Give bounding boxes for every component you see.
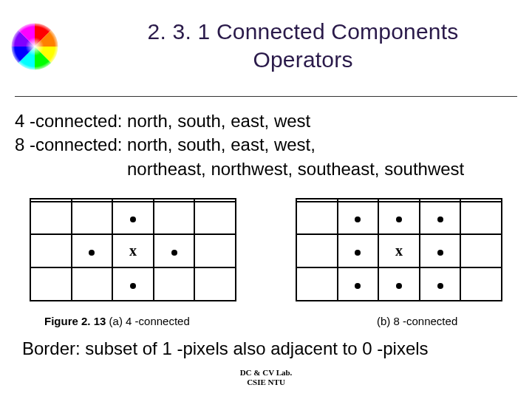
grid-cell <box>154 202 195 235</box>
footer-line-1: DC & CV Lab. <box>0 368 532 378</box>
title-underline <box>15 96 517 97</box>
dot-icon <box>396 216 402 222</box>
caption-a: Figure 2. 13 (a) 4 -connected <box>0 315 310 327</box>
dot-icon <box>437 216 443 222</box>
grid-cell <box>338 267 379 301</box>
grid-cell <box>296 202 338 235</box>
body-line-1: 4 -connected: north, south, east, west <box>15 109 517 133</box>
slide: 2. 3. 1 Connected Components Operators 4… <box>0 0 532 399</box>
grid-cell <box>30 202 72 235</box>
grid-cell: x <box>378 234 420 267</box>
footer: DC & CV Lab. CSIE NTU <box>0 368 532 387</box>
dot-icon <box>355 250 361 256</box>
figures-row: x x <box>30 198 502 301</box>
caption-a-label: (a) 4 -connected <box>109 315 190 327</box>
dot-icon <box>130 283 136 289</box>
grid-cell <box>420 234 461 267</box>
grid-cell <box>460 234 502 267</box>
grid-cell <box>30 234 72 267</box>
grid-cell <box>378 202 420 235</box>
grid-4-connected: x <box>30 198 236 301</box>
caption-b: (b) 8 -connected <box>310 315 457 327</box>
dot-icon <box>437 250 443 256</box>
grid-cell <box>338 234 379 267</box>
grid-cell <box>420 202 461 235</box>
grid-cell <box>338 202 379 235</box>
grid-cell <box>296 234 338 267</box>
captions: Figure 2. 13 (a) 4 -connected (b) 8 -con… <box>0 315 532 327</box>
border-definition: Border: subset of 1 -pixels also adjacen… <box>22 338 525 359</box>
grid-8-connected: x <box>296 198 502 301</box>
body-line-3: northeast, northwest, southeast, southwe… <box>15 157 517 181</box>
grid-cell <box>112 267 154 301</box>
body-line-2: 8 -connected: north, south, east, west, <box>15 133 517 157</box>
grid-cell <box>460 202 502 235</box>
dot-icon <box>355 283 361 289</box>
footer-line-2: CSIE NTU <box>0 378 532 387</box>
grid-cell <box>72 234 113 267</box>
grid-cell <box>72 202 113 235</box>
grid-cell <box>296 267 338 301</box>
color-wheel-icon <box>9 21 61 72</box>
grid-cell <box>460 267 502 301</box>
grid-cell <box>194 267 236 301</box>
svg-point-1 <box>10 21 59 71</box>
figure-a: x <box>30 198 236 301</box>
grid-cell <box>194 234 236 267</box>
grid-cell <box>420 267 461 301</box>
dot-icon <box>437 283 443 289</box>
grid-cell <box>378 267 420 301</box>
grid-cell <box>154 267 195 301</box>
dot-icon <box>171 250 177 256</box>
figure-b: x <box>296 198 502 301</box>
dot-icon <box>355 216 361 222</box>
caption-a-prefix: Figure 2. 13 <box>44 315 109 327</box>
grid-cell: x <box>112 234 154 267</box>
grid-cell <box>154 234 195 267</box>
dot-icon <box>89 250 95 256</box>
dot-icon <box>130 216 136 222</box>
grid-cell <box>194 202 236 235</box>
grid-cell <box>112 202 154 235</box>
body-text: 4 -connected: north, south, east, west 8… <box>15 109 517 181</box>
grid-cell <box>72 267 113 301</box>
dot-icon <box>396 283 402 289</box>
grid-cell <box>30 267 72 301</box>
slide-title: 2. 3. 1 Connected Components Operators <box>103 18 502 73</box>
